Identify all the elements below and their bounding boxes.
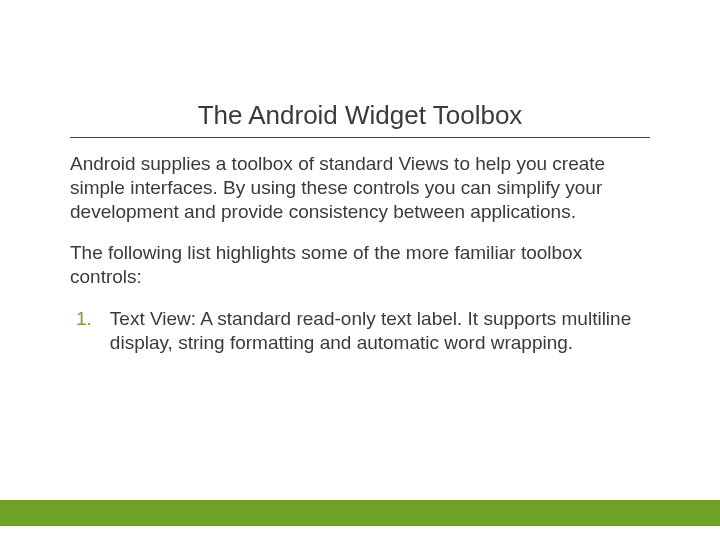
slide-content: The Android Widget Toolbox Android suppl… xyxy=(0,0,720,354)
paragraph-intro: Android supplies a toolbox of standard V… xyxy=(70,152,650,223)
list-text: Text View: A standard read-only text lab… xyxy=(110,307,650,355)
list-item: 1. Text View: A standard read-only text … xyxy=(70,307,650,355)
footer-accent-bar xyxy=(0,500,720,526)
paragraph-lead: The following list highlights some of th… xyxy=(70,241,650,289)
controls-list: 1. Text View: A standard read-only text … xyxy=(70,307,650,355)
slide-title: The Android Widget Toolbox xyxy=(70,100,650,138)
list-number: 1. xyxy=(76,307,92,355)
